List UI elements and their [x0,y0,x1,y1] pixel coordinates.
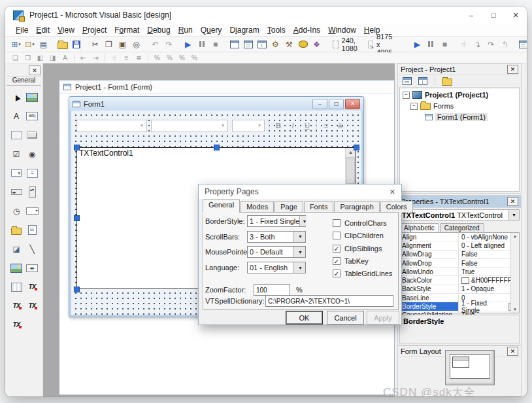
outdent-button[interactable]: ⇤ [77,53,90,62]
bold-button[interactable]: B [273,122,284,130]
property-row-allowundo[interactable]: AllowUndoTrue [400,268,519,276]
toggle-folders-button[interactable] [441,77,454,86]
collapse-icon[interactable]: − [410,103,418,110]
tab-categorized[interactable]: Categorized [440,223,484,232]
menu-item-tools[interactable]: Tools [263,24,290,36]
locals-window-button[interactable] [517,38,527,50]
pause-button[interactable] [424,38,438,50]
dialog-tab-modes[interactable]: Modes [241,201,274,213]
tree-item-project[interactable]: − Project1 (Project1) [400,90,519,99]
font-size-button[interactable]: A [59,53,71,62]
scroll-down-icon[interactable]: ▼ [511,306,519,313]
frame-tool[interactable] [8,126,24,145]
dialog-tab-paragraph[interactable]: Paragraph [334,201,379,213]
textbox-tool[interactable]: ab| [24,107,40,126]
toolbox-tab-general[interactable]: General [7,76,41,86]
chevron-down-icon[interactable]: ▼ [299,216,307,226]
save-project-group-button[interactable] [69,38,83,50]
minimize-button[interactable]: – [460,7,482,24]
drivelistbox-tool[interactable]: ▾ [24,202,40,220]
pan-button[interactable]: ☝ [108,53,120,62]
view-code-button[interactable] [401,77,414,86]
menu-item-window[interactable]: Window [324,24,360,36]
font-size-combo[interactable]: ▾ [232,120,265,132]
form1-title-bar[interactable]: Form1 – ▢ ✕ [69,97,363,111]
grid-scrollbar[interactable]: ▲ ▼ [510,233,519,313]
run-button[interactable]: ▶ [410,38,424,50]
spell-dictionary-input[interactable]: C:\PROGRA~2\TEXTCO~1\ [265,295,393,307]
arrange-c-button[interactable]: % [176,53,188,62]
cut-button[interactable]: ✂ [88,38,102,50]
controlchars-checkbox[interactable]: ControlChars [333,219,387,227]
close-icon[interactable]: ✕ [507,347,518,356]
image-tool[interactable] [8,258,24,277]
tablegridlines-checkbox[interactable]: ✓TableGridLines [333,270,392,277]
send-to-back-button[interactable]: ❐ [22,53,34,62]
tx-buttonbar-tool[interactable]: TX [8,296,24,315]
bring-to-front-button[interactable]: ❏ [9,53,22,62]
stop-button[interactable]: ■ [438,38,452,50]
view-object-button[interactable] [416,77,429,86]
break-button[interactable] [195,38,208,50]
close-button[interactable]: ✕ [505,7,527,24]
selection-handle[interactable] [354,145,359,150]
property-row-borderstyle[interactable]: BorderStyle1 - Fixed Single▼ [400,302,519,311]
align-justify-button[interactable]: ≣ [133,53,145,62]
add-form-button[interactable]: ⊡▾ [23,38,37,50]
menu-item-file[interactable]: File [12,24,32,36]
selection-handle[interactable] [74,215,80,221]
menu-editor-button[interactable]: ▤ [37,38,50,50]
form1-minimize-button[interactable]: – [312,99,327,109]
menu-item-edit[interactable]: Edit [32,24,54,36]
scrollbars-combo[interactable]: 3 - Both▼ [247,231,306,243]
step-over-button[interactable]: ↷ [484,38,498,50]
form1-maximize-button[interactable]: ▢ [329,99,344,109]
line-tool[interactable]: ╲ [24,239,40,258]
component-manager-button[interactable]: ❖ [310,38,324,50]
combobox-tool[interactable]: ▾ [8,164,24,183]
align-left-button[interactable]: ≡ [321,122,331,130]
maximize-button[interactable]: □ [482,7,505,24]
scroll-up-icon[interactable]: ▲ [511,233,519,239]
filelistbox-tool[interactable] [24,220,40,239]
italic-button[interactable]: I [288,122,298,130]
data-view-window-button[interactable] [296,38,310,50]
close-icon[interactable]: ✕ [507,65,518,74]
underline-button[interactable]: U [302,122,312,130]
commandbutton-tool[interactable] [24,126,40,145]
designer-title-bar[interactable]: Project1 - Form1 (Form) [59,80,394,94]
align-right-button[interactable]: ≣ [335,122,346,130]
dialog-tab-page[interactable]: Page [274,201,303,213]
form-position-thumbnail[interactable] [452,357,469,368]
paste-button[interactable]: ▣ [116,38,129,50]
properties-panel-header[interactable]: Properties - TXTextControl1 ✕ [398,196,521,208]
clipchildren-checkbox[interactable]: ClipChildren [333,232,384,239]
find-button[interactable]: ◎ [129,38,143,50]
dialog-tab-fonts[interactable]: Fonts [304,201,334,213]
tabkey-checkbox[interactable]: ✓TabKey [333,257,369,265]
selection-handle[interactable] [74,287,80,292]
mousepointer-combo[interactable]: 0 - Default▼ [247,246,306,258]
property-row-align[interactable]: Align0 - vbAlignNone [400,233,519,241]
redo-button[interactable]: ↷ [162,38,176,50]
menu-item-run[interactable]: Run [175,24,197,36]
selection-handle[interactable] [214,145,220,150]
watch-button[interactable]: ☝ [457,38,471,50]
project-explorer-button[interactable] [227,38,241,50]
tree-item-form1[interactable]: Form1 (Form1) [400,113,519,122]
dialog-tab-general[interactable]: General [203,199,240,213]
open-project-button[interactable] [56,38,69,50]
object-browser-button[interactable]: ⚙ [269,38,282,50]
indent-button[interactable]: ⇥ [90,53,102,62]
property-row-allowdrop[interactable]: AllowDropFalse [400,259,519,268]
borderstyle-combo[interactable]: 1 - Fixed Single▼ [247,215,306,227]
arrange-b-button[interactable]: % [163,53,176,62]
ok-button[interactable]: OK [286,311,323,324]
form-layout-window-button[interactable] [255,38,269,50]
menu-item-diagram[interactable]: Diagram [225,24,263,36]
add-project-button[interactable]: ⊞▾ [9,38,23,50]
menu-item-query[interactable]: Query [197,24,226,36]
menu-item-format[interactable]: Format [110,24,143,36]
align-left-button[interactable]: ≡ [120,53,133,62]
language-combo[interactable]: 01 - English▼ [247,262,306,273]
